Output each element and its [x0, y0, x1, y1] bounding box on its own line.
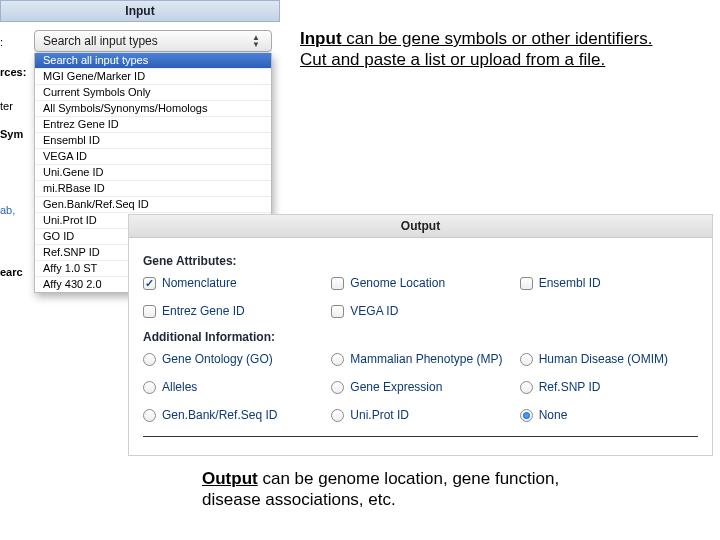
additional-info-option[interactable]: Gen.Bank/Ref.Seq ID: [143, 408, 321, 422]
dropdown-option[interactable]: MGI Gene/Marker ID: [35, 69, 271, 85]
output-body: Gene Attributes: NomenclatureGenome Loca…: [129, 238, 712, 455]
additional-info-option[interactable]: Alleles: [143, 380, 321, 394]
left-stub-sym: Sym: [0, 128, 23, 140]
additional-info-option[interactable]: Human Disease (OMIM): [520, 352, 698, 366]
additional-info-label: Additional Information:: [143, 330, 698, 344]
dropdown-option[interactable]: Search all input types: [35, 53, 271, 69]
option-label: VEGA ID: [350, 304, 398, 318]
additional-info-option[interactable]: Mammalian Phenotype (MP): [331, 352, 509, 366]
checkbox-icon[interactable]: [331, 305, 344, 318]
additional-info-grid: Gene Ontology (GO)Mammalian Phenotype (M…: [143, 352, 698, 422]
gene-attribute-option[interactable]: VEGA ID: [331, 304, 509, 318]
radio-icon[interactable]: [143, 409, 156, 422]
input-caption-lead: Input: [300, 29, 342, 48]
input-panel-header: Input: [0, 0, 280, 22]
output-caption: Output can be genome location, gene func…: [202, 468, 642, 511]
option-label: Entrez Gene ID: [162, 304, 245, 318]
option-label: Genome Location: [350, 276, 445, 290]
checkbox-icon[interactable]: [143, 277, 156, 290]
updown-arrows-icon: ▲▼: [249, 34, 263, 48]
option-label: Nomenclature: [162, 276, 237, 290]
left-stub-ter: ter: [0, 100, 13, 112]
option-label: None: [539, 408, 568, 422]
gene-attributes-grid: NomenclatureGenome LocationEnsembl IDEnt…: [143, 276, 698, 318]
gene-attributes-label: Gene Attributes:: [143, 254, 698, 268]
additional-info-option[interactable]: None: [520, 408, 698, 422]
radio-icon[interactable]: [331, 409, 344, 422]
dropdown-option[interactable]: VEGA ID: [35, 149, 271, 165]
output-caption-rest1: can be genome location, gene function,: [258, 469, 560, 488]
option-label: Ensembl ID: [539, 276, 601, 290]
radio-icon[interactable]: [520, 409, 533, 422]
output-panel: Output Gene Attributes: NomenclatureGeno…: [128, 214, 713, 456]
gene-attribute-option[interactable]: Entrez Gene ID: [143, 304, 321, 318]
option-label: Mammalian Phenotype (MP): [350, 352, 502, 366]
input-type-dropdown[interactable]: Search all input types ▲▼: [34, 30, 272, 52]
radio-icon[interactable]: [520, 353, 533, 366]
dropdown-option[interactable]: Ensembl ID: [35, 133, 271, 149]
left-stub-rces: rces:: [0, 66, 26, 78]
input-caption: Input can be gene symbols or other ident…: [300, 28, 700, 71]
dropdown-option[interactable]: All Symbols/Synonyms/Homologs: [35, 101, 271, 117]
gene-attribute-option[interactable]: Genome Location: [331, 276, 509, 290]
radio-icon[interactable]: [143, 381, 156, 394]
gene-attribute-option[interactable]: Nomenclature: [143, 276, 321, 290]
checkbox-icon[interactable]: [331, 277, 344, 290]
radio-icon[interactable]: [331, 353, 344, 366]
additional-info-option[interactable]: Ref.SNP ID: [520, 380, 698, 394]
dropdown-option[interactable]: Gen.Bank/Ref.Seq ID: [35, 197, 271, 213]
option-label: Ref.SNP ID: [539, 380, 601, 394]
output-divider: [143, 436, 698, 437]
radio-icon[interactable]: [520, 381, 533, 394]
output-caption-rest2: disease associations, etc.: [202, 490, 396, 509]
radio-icon[interactable]: [331, 381, 344, 394]
input-caption-rest2: Cut and paste a list or upload from a fi…: [300, 50, 605, 69]
dropdown-option[interactable]: Uni.Gene ID: [35, 165, 271, 181]
input-caption-rest1: can be gene symbols or other identifiers…: [342, 29, 653, 48]
output-caption-lead: Output: [202, 469, 258, 488]
option-label: Uni.Prot ID: [350, 408, 409, 422]
option-label: Alleles: [162, 380, 197, 394]
checkbox-icon[interactable]: [143, 305, 156, 318]
option-label: Human Disease (OMIM): [539, 352, 668, 366]
dropdown-selected-text: Search all input types: [43, 34, 158, 48]
additional-info-option[interactable]: Gene Expression: [331, 380, 509, 394]
left-stub-earc: earc: [0, 266, 23, 278]
dropdown-option[interactable]: mi.RBase ID: [35, 181, 271, 197]
output-panel-header: Output: [129, 215, 712, 238]
option-label: Gen.Bank/Ref.Seq ID: [162, 408, 277, 422]
option-label: Gene Expression: [350, 380, 442, 394]
additional-info-option[interactable]: Uni.Prot ID: [331, 408, 509, 422]
dropdown-option[interactable]: Entrez Gene ID: [35, 117, 271, 133]
gene-attribute-option[interactable]: Ensembl ID: [520, 276, 698, 290]
additional-info-option[interactable]: Gene Ontology (GO): [143, 352, 321, 366]
left-stub-ab: ab,: [0, 204, 15, 216]
checkbox-icon[interactable]: [520, 277, 533, 290]
input-panel: Input: [0, 0, 280, 22]
dropdown-option[interactable]: Current Symbols Only: [35, 85, 271, 101]
radio-icon[interactable]: [143, 353, 156, 366]
option-label: Gene Ontology (GO): [162, 352, 273, 366]
left-stub-colon: :: [0, 36, 3, 48]
